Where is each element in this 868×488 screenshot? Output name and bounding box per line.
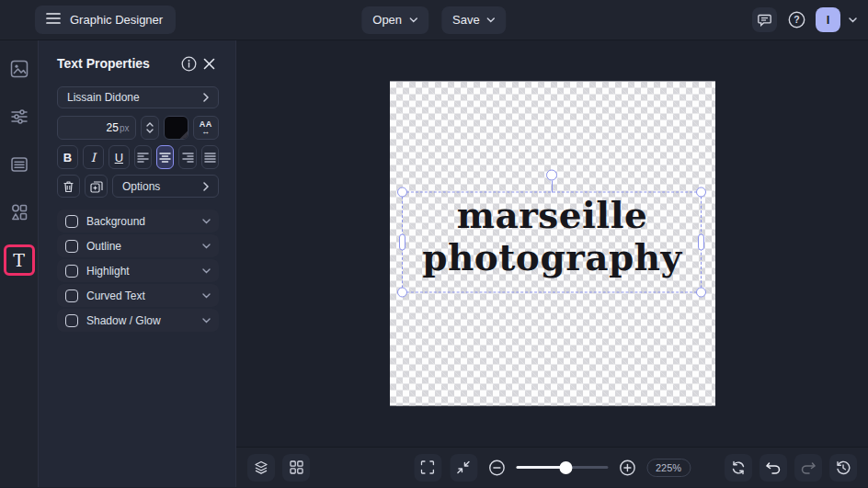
- zoom-in-button[interactable]: [616, 457, 638, 479]
- options-button[interactable]: Options: [112, 175, 219, 198]
- zoom-level-badge[interactable]: 225%: [646, 459, 691, 477]
- open-button[interactable]: Open: [361, 6, 428, 34]
- image-icon: [10, 60, 29, 78]
- align-justify-button[interactable]: [201, 145, 219, 169]
- zoom-slider-knob[interactable]: [559, 461, 572, 474]
- app-title: Graphic Designer: [70, 13, 163, 27]
- rotation-connector: [552, 181, 553, 193]
- duplicate-icon: [90, 180, 103, 193]
- fullscreen-button[interactable]: [414, 454, 441, 482]
- chevron-down-icon: [202, 318, 211, 323]
- toggle-highlight[interactable]: Highlight: [57, 259, 219, 282]
- resize-handle-bottom-left[interactable]: [397, 288, 407, 298]
- checkbox[interactable]: [65, 314, 78, 327]
- account-chevron-down-icon[interactable]: [849, 17, 857, 23]
- redo-button[interactable]: [794, 454, 822, 482]
- letter-spacing-button[interactable]: AA ↔: [193, 116, 219, 140]
- align-justify-icon: [204, 153, 216, 163]
- align-right-button[interactable]: [178, 145, 196, 169]
- undo-button[interactable]: [760, 454, 787, 482]
- zoom-slider-track-filled: [516, 466, 565, 469]
- top-bar: Graphic Designer Open Save ? I: [0, 0, 868, 40]
- zoom-out-button[interactable]: [485, 457, 508, 479]
- text-selection-box[interactable]: [402, 192, 702, 293]
- underline-button[interactable]: U: [108, 145, 130, 169]
- close-panel-button[interactable]: [199, 53, 219, 74]
- comments-button[interactable]: [752, 7, 777, 32]
- panel-title: Text Properties: [57, 56, 150, 71]
- align-right-icon: [182, 153, 194, 163]
- fit-to-screen-button[interactable]: [450, 454, 477, 482]
- align-center-button[interactable]: [156, 145, 174, 169]
- checkbox[interactable]: [65, 215, 78, 228]
- fullscreen-icon: [420, 460, 434, 474]
- undo-icon: [766, 461, 781, 474]
- list-box-icon: [10, 155, 29, 174]
- duplicate-button[interactable]: [85, 175, 108, 198]
- text-tool-icon: T: [13, 250, 25, 270]
- redo-icon: [801, 461, 816, 474]
- info-button[interactable]: [178, 53, 199, 74]
- hamburger-menu-icon[interactable]: [46, 12, 61, 28]
- sliders-icon: [10, 108, 29, 126]
- align-center-icon: [159, 153, 171, 163]
- svg-text:?: ?: [794, 14, 799, 25]
- plus-circle-icon: [619, 460, 635, 476]
- chevron-down-icon: [409, 17, 417, 23]
- close-icon: [203, 58, 215, 70]
- grid-icon: [290, 460, 303, 474]
- font-family-select[interactable]: Lissain Didone: [57, 86, 219, 108]
- workspace: marseille photography: [236, 40, 868, 487]
- text-properties-panel: Text Properties Lissain Didone 25px: [39, 40, 236, 487]
- comment-icon: [758, 14, 771, 27]
- trash-icon: [63, 180, 74, 193]
- checkbox[interactable]: [65, 265, 78, 278]
- minus-circle-icon: [488, 460, 505, 476]
- text-color-swatch[interactable]: [164, 116, 188, 140]
- sidebar-item-templates[interactable]: [7, 153, 31, 176]
- sidebar-item-text[interactable]: T: [7, 248, 31, 272]
- align-left-button[interactable]: [134, 145, 152, 169]
- resize-handle-top-left[interactable]: [397, 187, 407, 198]
- bottom-toolbar: 225%: [236, 447, 868, 487]
- canvas-area[interactable]: marseille photography: [236, 40, 868, 447]
- rotate-handle[interactable]: [546, 170, 557, 181]
- layers-icon: [254, 460, 268, 475]
- sidebar-item-shapes[interactable]: [7, 200, 31, 224]
- bold-button[interactable]: B: [57, 145, 78, 169]
- history-button[interactable]: [829, 454, 857, 482]
- align-left-icon: [137, 153, 149, 163]
- chevron-down-icon: [487, 17, 496, 23]
- italic-button[interactable]: I: [83, 145, 104, 169]
- checkbox[interactable]: [65, 289, 78, 302]
- reset-button[interactable]: [725, 454, 752, 482]
- history-icon: [836, 460, 851, 475]
- zoom-slider[interactable]: [516, 461, 608, 474]
- horizontal-arrows-icon: ↔: [201, 128, 210, 136]
- font-size-stepper[interactable]: [141, 116, 159, 140]
- toggle-background[interactable]: Background: [57, 210, 219, 233]
- resize-handle-bottom-right[interactable]: [696, 288, 706, 298]
- avatar[interactable]: I: [816, 7, 840, 32]
- toggle-outline[interactable]: Outline: [57, 234, 219, 257]
- resize-handle-top-right[interactable]: [696, 187, 706, 198]
- help-button[interactable]: ?: [785, 9, 807, 31]
- checkbox[interactable]: [65, 240, 78, 253]
- app-menu-chip[interactable]: Graphic Designer: [35, 6, 176, 34]
- delete-button[interactable]: [57, 175, 80, 198]
- resize-handle-right[interactable]: [698, 234, 704, 251]
- sidebar-item-images[interactable]: [7, 57, 31, 81]
- pages-grid-button[interactable]: [282, 454, 310, 482]
- toggle-shadow-glow[interactable]: Shadow / Glow: [57, 309, 219, 332]
- layers-button[interactable]: [247, 454, 275, 482]
- resize-handle-left[interactable]: [399, 234, 405, 251]
- chevron-down-icon: [202, 244, 211, 249]
- chevron-up-icon: [146, 122, 154, 127]
- sidebar-item-adjustments[interactable]: [7, 105, 31, 129]
- toggle-curved-text[interactable]: Curved Text: [57, 284, 219, 307]
- chevron-down-icon: [146, 129, 154, 133]
- font-size-input[interactable]: 25px: [57, 116, 136, 140]
- save-button[interactable]: Save: [441, 6, 507, 34]
- fit-screen-icon: [456, 460, 470, 474]
- design-canvas[interactable]: marseille photography: [390, 82, 715, 406]
